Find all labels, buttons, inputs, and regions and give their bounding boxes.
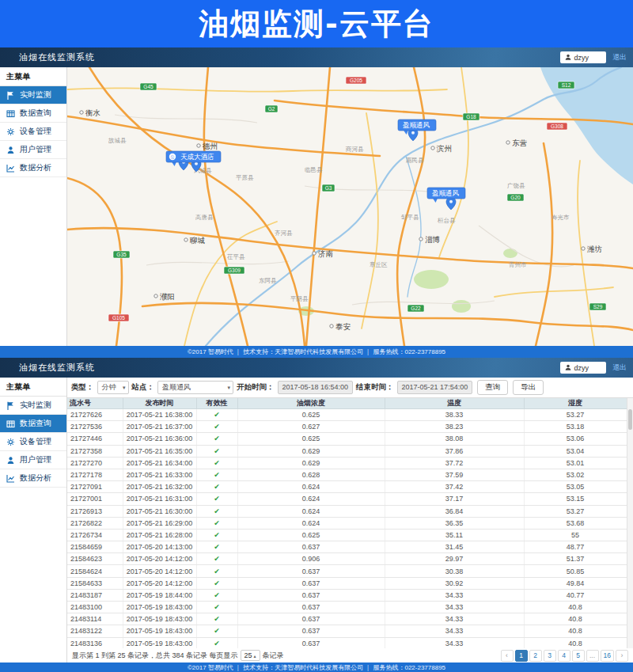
page-button-16[interactable]: 16 <box>601 650 614 662</box>
column-header[interactable]: 湿度 <box>524 398 627 409</box>
copyright-bar-top: ©2017 智易时代 ｜ 技术支持：天津智易时代科技发展有限公司 ｜ 服务热线：… <box>0 346 633 358</box>
sidebar-item-3[interactable]: 设备管理 <box>0 433 66 451</box>
scrollbar-thumb[interactable] <box>628 409 632 430</box>
table-row[interactable]: 217269132017-05-21 16:30:00✔0.62436.8453… <box>67 505 627 517</box>
chevron-up-icon: ▴ <box>254 653 256 659</box>
table-row[interactable]: 215846592017-05-20 14:13:00✔0.63731.4548… <box>67 541 627 553</box>
svg-text:S12: S12 <box>562 82 571 88</box>
sidebar-item-5[interactable]: 数据分析 <box>0 469 66 488</box>
table-scrollbar[interactable] <box>627 398 633 648</box>
table-row[interactable]: 217272702017-05-21 16:34:00✔0.62937.7253… <box>67 457 627 469</box>
sidebar-item-2[interactable]: 数据查询 <box>0 415 66 433</box>
start-time-input[interactable]: 2017-05-18 16:54:00 <box>278 381 354 394</box>
valid-check-icon: ✔ <box>214 519 220 527</box>
table-row[interactable]: 214831872017-05-19 18:44:00✔0.63734.3340… <box>67 589 627 601</box>
cell: 2017-05-21 16:33:00 <box>123 469 196 480</box>
column-header[interactable]: 流水号 <box>67 398 123 409</box>
data-table-icon <box>6 109 16 118</box>
end-time-input[interactable]: 2017-05-21 17:54:00 <box>397 381 473 394</box>
type-select[interactable]: 分钟▾ <box>97 381 129 394</box>
page-size-select[interactable]: 25▴ <box>241 650 260 661</box>
copyright-bar-bottom: ©2017 智易时代 ｜ 技术支持：天津智易时代科技发展有限公司 ｜ 服务热线：… <box>0 663 633 672</box>
city-label: 滨州 <box>431 144 452 153</box>
user-box[interactable]: dzyy <box>560 362 606 374</box>
validity-cell: ✔ <box>196 433 237 445</box>
cell: 37.17 <box>385 493 524 505</box>
column-header[interactable]: 温度 <box>385 398 524 409</box>
cell: 21726913 <box>67 505 123 517</box>
table-row[interactable]: 217274462017-05-21 16:36:00✔0.62538.0853… <box>67 433 627 445</box>
export-button[interactable]: 导出 <box>513 380 544 395</box>
cell: 30.38 <box>385 565 524 577</box>
query-button[interactable]: 查询 <box>477 380 508 395</box>
cell: 0.624 <box>237 493 385 505</box>
valid-check-icon: ✔ <box>214 603 220 611</box>
map-canvas[interactable]: G45G2G3G18G20G35S12G22S29G309G105G205G30… <box>67 67 633 346</box>
county-label: 寿光市 <box>552 214 570 221</box>
page-button-5[interactable]: 5 <box>572 650 585 662</box>
table-row[interactable]: 217273582017-05-21 16:35:00✔0.62937.8653… <box>67 445 627 457</box>
column-header[interactable]: 发布时间 <box>123 398 196 409</box>
table-row[interactable]: 217267342017-05-21 16:28:00✔0.62535.1155 <box>67 529 627 541</box>
validity-cell: ✔ <box>196 613 237 625</box>
user-box[interactable]: dzyy <box>560 51 606 63</box>
table-row[interactable]: 217275362017-05-21 16:37:00✔0.62738.2353… <box>67 421 627 433</box>
user-icon <box>565 54 571 62</box>
svg-text:天成大酒店: 天成大酒店 <box>180 153 214 161</box>
table-row[interactable]: 217276262017-05-21 16:38:00✔0.62538.3353… <box>67 409 627 421</box>
sidebar-item-4[interactable]: 用户管理 <box>0 141 66 159</box>
site-select[interactable]: 盈顺通风▾ <box>157 381 233 394</box>
cell: 21727536 <box>67 421 123 433</box>
county-label: 平阴县 <box>290 295 309 302</box>
sidebar-item-1[interactable]: 实时监测 <box>0 397 66 415</box>
table-row[interactable]: 217271782017-05-21 16:33:00✔0.62837.5953… <box>67 469 627 480</box>
page-button-4[interactable]: 4 <box>558 650 570 662</box>
cell: 48.77 <box>524 541 627 553</box>
chart-icon <box>6 474 16 483</box>
cell: 0.637 <box>237 602 385 613</box>
table-row[interactable]: 215846242017-05-20 14:12:00✔0.63730.3850… <box>67 565 627 577</box>
column-header[interactable]: 油烟浓度 <box>237 398 385 409</box>
copyright-text: ©2017 智易时代 ｜ 技术支持：天津智易时代科技发展有限公司 ｜ 服务热线：… <box>188 663 445 672</box>
sidebar-item-1[interactable]: 实时监测 <box>0 86 66 104</box>
system-title: 油烟在线监测系统 <box>19 362 95 374</box>
page-size-value: 25 <box>244 651 252 659</box>
logout-link[interactable]: 退出 <box>612 52 627 63</box>
table-row[interactable]: 215846232017-05-20 14:12:00✔0.90629.9751… <box>67 553 627 565</box>
next-page-button[interactable]: › <box>616 650 628 662</box>
query-panel: 主菜单 实时监测数据查询设备管理用户管理数据分析 类型： 分钟▾ 站点： 盈顺通… <box>0 378 633 663</box>
user-icon <box>6 146 16 154</box>
column-header[interactable]: 有效性 <box>196 398 237 409</box>
page-button-1[interactable]: 1 <box>515 650 528 662</box>
map-marker-icon[interactable] <box>446 197 456 210</box>
page-button-2[interactable]: 2 <box>529 650 542 662</box>
table-row[interactable]: 215846332017-05-20 14:12:00✔0.63730.9249… <box>67 577 627 589</box>
svg-text:潍坊: 潍坊 <box>587 245 602 253</box>
table-row[interactable]: 214831142017-05-19 18:43:00✔0.63734.3340… <box>67 613 627 625</box>
sidebar-item-3[interactable]: 设备管理 <box>0 123 66 141</box>
gear-icon <box>6 127 16 136</box>
sidebar-item-4[interactable]: 用户管理 <box>0 451 66 469</box>
valid-check-icon: ✔ <box>214 423 220 431</box>
logout-link[interactable]: 退出 <box>612 363 627 373</box>
table-row[interactable]: 214831222017-05-19 18:43:00✔0.63734.3340… <box>67 625 627 637</box>
secondary-roads <box>67 67 613 346</box>
table-row[interactable]: 217268222017-05-21 16:29:00✔0.62436.3553… <box>67 517 627 529</box>
type-select-value: 分钟 <box>102 382 116 393</box>
system-header-top: 油烟在线监测系统 dzyy 退出 <box>0 47 633 67</box>
city-label: 淄博 <box>419 235 441 244</box>
table-row[interactable]: 214831362017-05-19 18:43:00✔0.63734.3340… <box>67 637 627 648</box>
cell: 0.906 <box>237 553 385 565</box>
validity-cell: ✔ <box>196 469 237 480</box>
sidebar-item-2[interactable]: 数据查询 <box>0 104 66 123</box>
table-row[interactable]: 217270912017-05-21 16:32:00✔0.62437.4253… <box>67 481 627 493</box>
prev-page-button[interactable]: ‹ <box>501 650 514 662</box>
cell: 50.85 <box>524 565 627 577</box>
table-row[interactable]: 217270012017-05-21 16:31:00✔0.62437.1753… <box>67 493 627 505</box>
table-row[interactable]: 214831002017-05-19 18:43:00✔0.63734.3340… <box>67 602 627 613</box>
svg-text:G22: G22 <box>411 306 421 311</box>
sidebar-item-5[interactable]: 数据分析 <box>0 159 66 177</box>
page-button-3[interactable]: 3 <box>544 650 556 662</box>
sidebar-item-label: 设备管理 <box>20 436 51 447</box>
user-icon <box>565 364 571 372</box>
